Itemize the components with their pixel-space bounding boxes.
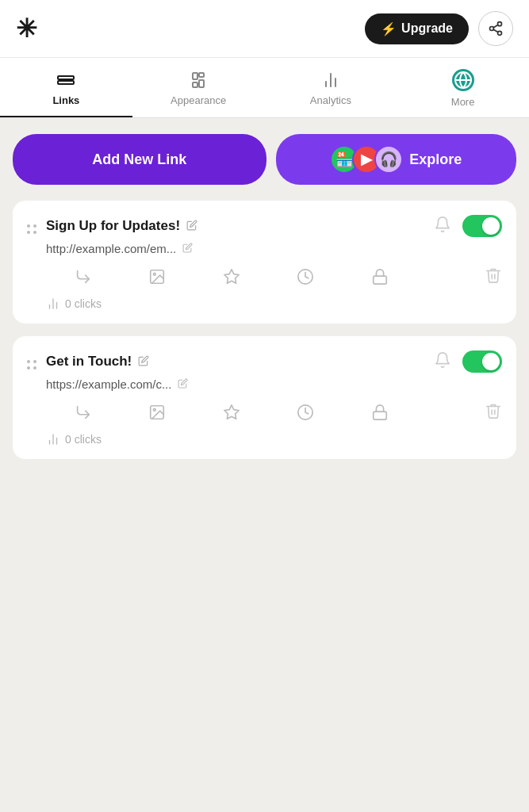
image-icon-1[interactable] xyxy=(121,265,195,289)
card-top-2: Get in Touch! xyxy=(46,350,502,373)
star-icon-2[interactable] xyxy=(194,400,269,424)
tab-analytics-label: Analytics xyxy=(310,94,351,106)
card-title-edit-1[interactable] xyxy=(186,220,197,233)
add-new-link-button[interactable]: Add New Link xyxy=(13,134,266,185)
drag-handle-2[interactable] xyxy=(27,350,46,370)
card-title-row-2: Get in Touch! xyxy=(46,354,149,370)
card-body-2: Get in Touch! xyxy=(27,350,502,446)
drag-dot xyxy=(33,366,36,370)
appearance-icon xyxy=(189,71,208,90)
bell-icon-1[interactable] xyxy=(434,216,451,237)
explore-icons: 🏪 ▶ 🎧 xyxy=(330,145,403,174)
url-edit-1[interactable] xyxy=(182,243,193,255)
card-right-1 xyxy=(434,215,502,237)
redirect-icon-2[interactable] xyxy=(46,400,121,424)
url-row-1: http://example.com/em... xyxy=(46,242,502,255)
drag-dot xyxy=(27,224,30,228)
globe-icon xyxy=(452,69,474,91)
svg-rect-9 xyxy=(199,80,204,87)
svg-marker-18 xyxy=(224,270,239,283)
clicks-chart-icon-2 xyxy=(46,432,60,446)
drag-handle-1[interactable] xyxy=(27,215,46,234)
card-top-1: Sign Up for Updates! xyxy=(46,215,502,237)
svg-rect-6 xyxy=(58,81,74,84)
svg-rect-8 xyxy=(199,73,204,77)
card-main-1: Sign Up for Updates! xyxy=(46,215,502,311)
svg-rect-10 xyxy=(193,82,197,87)
drag-dot xyxy=(27,360,30,363)
trash-icon-2[interactable] xyxy=(485,402,502,423)
toggle-1[interactable] xyxy=(462,215,502,237)
tab-more-label: More xyxy=(451,96,475,108)
url-edit-2[interactable] xyxy=(178,378,188,391)
upgrade-button[interactable]: ⚡ Upgrade xyxy=(365,13,469,44)
logo: ✳ xyxy=(16,13,37,44)
redirect-icon-1[interactable] xyxy=(46,265,121,289)
drag-dot xyxy=(33,231,36,234)
schedule-icon-2[interactable] xyxy=(269,400,343,424)
bolt-icon: ⚡ xyxy=(381,21,397,36)
url-text-1: http://example.com/em... xyxy=(46,242,176,255)
drag-dots-1 xyxy=(27,223,36,234)
explore-button[interactable]: 🏪 ▶ 🎧 Explore xyxy=(276,134,517,185)
action-row: Add New Link 🏪 ▶ 🎧 Explore xyxy=(13,134,516,185)
svg-rect-20 xyxy=(374,276,387,284)
card-main-2: Get in Touch! xyxy=(46,350,502,446)
header: ✳ ⚡ Upgrade xyxy=(0,0,529,58)
star-icon-1[interactable] xyxy=(194,265,269,289)
link-card-1: Sign Up for Updates! xyxy=(13,201,516,324)
svg-rect-28 xyxy=(374,412,387,419)
image-icon-2[interactable] xyxy=(121,400,195,424)
drag-dot xyxy=(27,231,30,234)
drag-dot xyxy=(27,366,30,370)
schedule-icon-1[interactable] xyxy=(269,265,343,289)
card-body-1: Sign Up for Updates! xyxy=(27,215,502,311)
links-icon xyxy=(56,71,75,90)
analytics-icon xyxy=(321,71,340,90)
url-text-2: https://example.com/c... xyxy=(46,377,171,391)
svg-rect-7 xyxy=(193,73,197,79)
url-row-2: https://example.com/c... xyxy=(46,377,502,391)
main-content: Add New Link 🏪 ▶ 🎧 Explore xyxy=(0,118,529,488)
explore-label: Explore xyxy=(409,151,462,168)
share-button[interactable] xyxy=(478,11,513,46)
svg-rect-5 xyxy=(58,76,74,79)
tab-more[interactable]: More xyxy=(397,58,529,117)
trash-icon-1[interactable] xyxy=(485,266,502,288)
svg-line-4 xyxy=(493,25,498,27)
bell-icon-2[interactable] xyxy=(434,351,451,373)
action-icons-1 xyxy=(46,265,502,289)
tab-links[interactable]: Links xyxy=(0,58,132,117)
lock-icon-2[interactable] xyxy=(343,400,417,424)
action-icons-2 xyxy=(46,400,502,424)
toggle-2[interactable] xyxy=(462,350,502,373)
card-title-edit-2[interactable] xyxy=(138,355,149,369)
svg-line-3 xyxy=(493,29,498,32)
tab-links-label: Links xyxy=(52,94,79,106)
drag-dots-2 xyxy=(27,358,36,370)
explore-icon-headphones: 🎧 xyxy=(374,145,403,174)
card-title-2: Get in Touch! xyxy=(46,354,132,370)
drag-dot xyxy=(33,360,36,363)
lock-icon-1[interactable] xyxy=(343,265,417,289)
clicks-count-1: 0 clicks xyxy=(65,297,102,310)
share-icon xyxy=(488,21,504,36)
tab-appearance[interactable]: Appearance xyxy=(132,58,265,117)
tab-analytics[interactable]: Analytics xyxy=(265,58,397,117)
header-right: ⚡ Upgrade xyxy=(365,11,513,46)
clicks-chart-icon-1 xyxy=(46,297,60,311)
card-title-row-1: Sign Up for Updates! xyxy=(46,218,197,234)
tab-appearance-label: Appearance xyxy=(171,94,226,106)
clicks-row-1: 0 clicks xyxy=(46,297,502,311)
clicks-count-2: 0 clicks xyxy=(65,433,102,446)
svg-marker-26 xyxy=(224,405,239,419)
svg-point-25 xyxy=(154,408,156,411)
card-title-1: Sign Up for Updates! xyxy=(46,218,180,234)
drag-dot xyxy=(33,224,36,228)
nav-tabs: Links Appearance Analytics More xyxy=(0,58,529,118)
svg-point-17 xyxy=(154,273,156,275)
link-card-2: Get in Touch! xyxy=(13,336,516,459)
upgrade-label: Upgrade xyxy=(401,21,453,36)
clicks-row-2: 0 clicks xyxy=(46,432,502,446)
card-right-2 xyxy=(434,350,502,373)
